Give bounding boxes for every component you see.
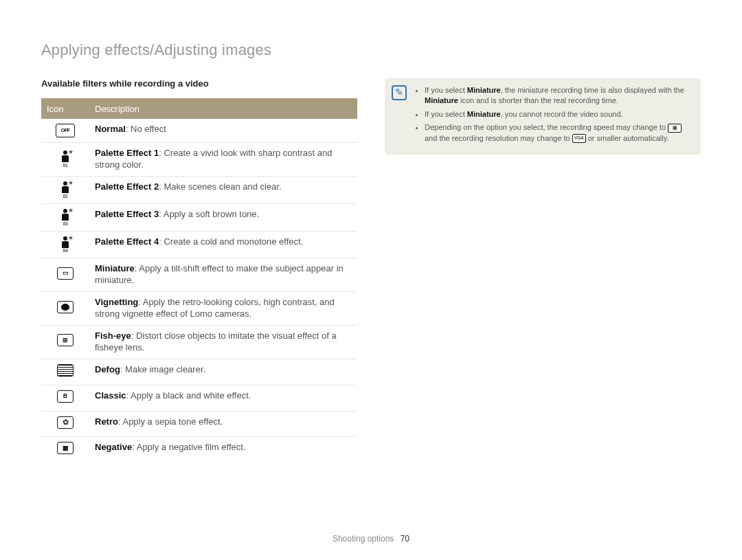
table-row: ★01 Palette Effect 1: Create a vivid loo… (41, 143, 357, 177)
table-row: ★03 Palette Effect 3: Apply a soft brown… (41, 203, 357, 231)
page-number: 70 (401, 534, 409, 544)
filter-text: : Make scenes clean and clear. (159, 181, 282, 192)
section-subhead: Available filters while recording a vide… (41, 78, 357, 89)
table-row: ★04 Palette Effect 4: Create a cold and … (41, 231, 357, 258)
defog-icon (57, 364, 74, 377)
palette-2-icon: ★02 (58, 181, 72, 195)
table-row: Classic: Apply a black and white effect. (41, 385, 357, 411)
filter-text: : Apply a soft brown tone. (159, 209, 259, 219)
filter-label: Negative (95, 442, 132, 452)
left-column: Available filters while recording a vide… (41, 78, 357, 462)
resolution-icon-1: ▦ (668, 124, 682, 133)
right-column: ✎ If you select Miniature, the miniature… (385, 78, 701, 155)
miniature-icon (57, 267, 74, 280)
filter-label: Palette Effect 4 (95, 236, 159, 247)
filters-table: Icon Description OFF Normal: No effect ★… (41, 98, 357, 462)
table-row: Negative: Apply a negative film effect. (41, 437, 357, 462)
manual-page: Applying effects/Adjusting images Availa… (0, 0, 742, 560)
retro-icon (57, 416, 74, 429)
note-list: If you select Miniature, the miniature r… (415, 85, 691, 144)
resolution-icon-vga: VGA (572, 134, 586, 143)
filter-label: Palette Effect 1 (95, 148, 159, 158)
palette-1-icon: ★01 (58, 150, 72, 164)
filter-text: : Make image clearer. (120, 364, 205, 374)
filter-label: Palette Effect 2 (95, 181, 159, 192)
vignetting-icon (57, 301, 74, 313)
footer-section: Shooting options (333, 534, 394, 544)
note-box: ✎ If you select Miniature, the miniature… (385, 78, 701, 155)
table-row: Miniature: Apply a tilt-shift effect to … (41, 258, 357, 292)
table-row: ★02 Palette Effect 2: Make scenes clean … (41, 176, 357, 203)
note-item: Depending on the option you select, the … (425, 122, 691, 144)
fisheye-icon (57, 334, 74, 346)
filter-label: Fish-eye (95, 331, 131, 341)
filter-text: : Apply a black and white effect. (126, 390, 251, 401)
table-row: Fish-eye: Distort close objects to imita… (41, 326, 357, 359)
palette-3-icon: ★03 (58, 209, 72, 223)
filter-label: Retro (95, 416, 118, 427)
filter-text: : Apply a sepia tone effect. (118, 416, 223, 427)
col-header-desc: Description (89, 98, 357, 119)
content-columns: Available filters while recording a vide… (41, 78, 701, 462)
filter-text: : Create a cold and monotone effect. (159, 236, 303, 247)
filter-text: : Apply a negative film effect. (132, 442, 245, 452)
filter-text: : Distort close objects to imitate the v… (95, 331, 337, 352)
filter-label: Defog (95, 364, 120, 374)
note-info-icon: ✎ (392, 85, 407, 100)
page-title: Applying effects/Adjusting images (41, 41, 701, 59)
normal-off-icon: OFF (56, 124, 75, 137)
note-item: If you select Miniature, the miniature r… (425, 85, 691, 107)
filter-text: : No effect (126, 124, 166, 134)
page-footer: Shooting options 70 (0, 534, 742, 544)
filter-label: Vignetting (95, 297, 138, 307)
negative-icon (57, 442, 74, 454)
filter-label: Classic (95, 390, 126, 401)
table-row: OFF Normal: No effect (41, 119, 357, 143)
filter-label: Palette Effect 3 (95, 209, 159, 219)
note-item: If you select Miniature, you cannot reco… (425, 109, 691, 120)
table-row: Defog: Make image clearer. (41, 359, 357, 385)
table-row: Retro: Apply a sepia tone effect. (41, 411, 357, 437)
filter-label: Miniature (95, 263, 135, 273)
palette-4-icon: ★04 (58, 236, 72, 250)
col-header-icon: Icon (41, 98, 89, 119)
classic-icon (57, 390, 74, 403)
filter-label: Normal (95, 124, 126, 134)
table-row: Vignetting: Apply the retro-looking colo… (41, 292, 357, 326)
